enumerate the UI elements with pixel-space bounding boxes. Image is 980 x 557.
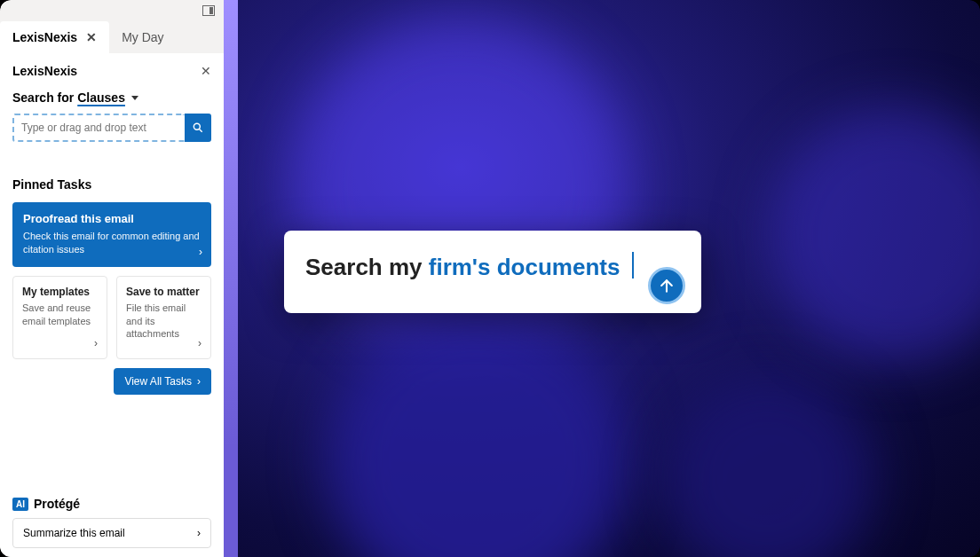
tab-lexisnexis[interactable]: LexisNexis ✕ (0, 21, 109, 53)
chevron-right-icon: › (94, 337, 98, 349)
panel-footer: AI Protégé Summarize this email › (12, 490, 211, 548)
svg-line-1 (199, 129, 202, 131)
hero-prefix: Search my (305, 254, 429, 280)
submit-button[interactable] (648, 267, 685, 304)
svg-point-0 (194, 123, 200, 129)
secondary-tasks-row: My templates Save and reuse email templa… (12, 276, 211, 360)
tab-bar: LexisNexis ✕ My Day (0, 21, 224, 53)
button-label: View All Tasks (124, 375, 192, 388)
summarize-email-button[interactable]: Summarize this email › (12, 518, 211, 548)
panel-title: LexisNexis (12, 64, 77, 78)
hero-highlight: firm's documents (429, 254, 620, 280)
panel-header: LexisNexis ✕ (12, 64, 211, 78)
card-description: File this email and its attachments (126, 302, 202, 341)
chevron-right-icon: › (199, 246, 202, 258)
expand-pane-icon[interactable] (202, 5, 215, 16)
task-my-templates[interactable]: My templates Save and reuse email templa… (12, 276, 107, 360)
task-proofread-email[interactable]: Proofread this email Check this email fo… (12, 202, 211, 267)
protege-label: Protégé (34, 497, 80, 511)
chevron-down-icon (131, 96, 138, 100)
search-button[interactable] (185, 114, 211, 142)
search-label-value: Clauses (77, 90, 125, 105)
text-cursor-icon (632, 252, 634, 278)
card-description: Save and reuse email templates (22, 302, 98, 328)
view-all-tasks-button[interactable]: View All Tasks › (114, 368, 211, 395)
tab-my-day[interactable]: My Day (109, 21, 176, 53)
search-for-dropdown[interactable]: Search for Clauses (12, 90, 211, 105)
search-label-prefix: Search for (12, 90, 74, 105)
card-title: Proofread this email (23, 212, 201, 225)
protege-header: AI Protégé (12, 497, 211, 511)
close-icon[interactable]: ✕ (201, 64, 211, 78)
card-title: My templates (22, 286, 98, 298)
card-title: Save to matter (126, 286, 202, 298)
search-icon (192, 122, 204, 134)
button-label: Summarize this email (23, 527, 125, 539)
app-window: LexisNexis ✕ My Day LexisNexis ✕ Search … (0, 0, 980, 557)
arrow-up-icon (658, 277, 676, 294)
vertical-accent-divider (224, 0, 238, 557)
chevron-right-icon: › (197, 375, 201, 388)
search-input[interactable] (12, 114, 185, 142)
background-blob (660, 371, 873, 557)
tab-label: My Day (122, 30, 163, 44)
chevron-right-icon: › (197, 527, 201, 539)
panel-body: LexisNexis ✕ Search for Clauses Pinned T… (0, 53, 224, 557)
hero-search-card[interactable]: Search my firm's documents (284, 231, 701, 313)
task-save-to-matter[interactable]: Save to matter File this email and its a… (116, 276, 211, 360)
main-content: Search my firm's documents (238, 0, 980, 557)
sidebar-panel: LexisNexis ✕ My Day LexisNexis ✕ Search … (0, 0, 224, 557)
card-description: Check this email for common editing and … (23, 230, 201, 257)
background-blob (767, 106, 980, 364)
view-all-row: View All Tasks › (12, 368, 211, 395)
chevron-right-icon: › (198, 337, 202, 349)
tab-label: LexisNexis (12, 30, 77, 44)
close-icon[interactable]: ✕ (86, 31, 97, 43)
ai-badge-icon: AI (12, 498, 28, 511)
pinned-tasks-heading: Pinned Tasks (12, 177, 211, 192)
hero-search-text: Search my firm's documents (305, 254, 620, 280)
background-blob (327, 309, 628, 557)
search-row (12, 114, 211, 142)
window-controls (0, 0, 224, 21)
